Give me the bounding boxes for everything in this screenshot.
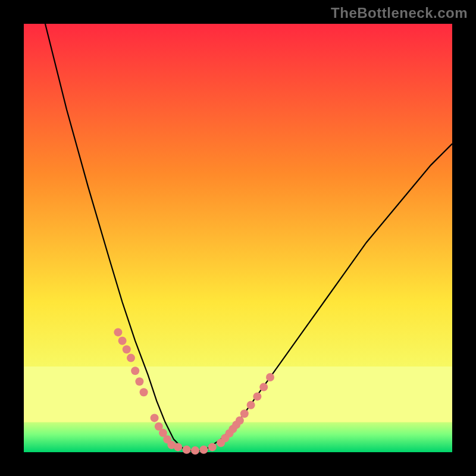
dot-dots-left bbox=[131, 367, 139, 375]
dot-dots-right bbox=[253, 392, 261, 400]
dot-dots-left bbox=[135, 377, 143, 386]
dot-dots-left bbox=[140, 388, 148, 396]
dot-dots-left bbox=[123, 345, 131, 353]
dot-dots-bottom bbox=[174, 443, 182, 451]
dot-dots-bottom bbox=[191, 446, 199, 455]
dot-dots-bottom bbox=[208, 443, 217, 451]
dot-dots-left bbox=[118, 337, 127, 345]
chart-container: TheBottleneck.com bbox=[0, 0, 476, 476]
dot-dots-right bbox=[247, 401, 255, 409]
chart-svg bbox=[24, 24, 452, 452]
dot-dots-right bbox=[259, 383, 268, 392]
dot-dots-right bbox=[240, 409, 249, 418]
dot-dots-right bbox=[236, 416, 244, 425]
dot-dots-bottom bbox=[183, 446, 191, 454]
plot-area bbox=[24, 24, 452, 452]
dot-dots-right bbox=[266, 373, 274, 381]
band-pale-yellow bbox=[24, 367, 452, 422]
dot-dots-bottom bbox=[199, 446, 208, 454]
dot-dots-left bbox=[127, 354, 135, 362]
color-bands bbox=[24, 367, 452, 452]
dot-dots-left bbox=[114, 328, 122, 336]
watermark-text: TheBottleneck.com bbox=[331, 5, 468, 21]
dot-dots-left bbox=[151, 414, 159, 422]
